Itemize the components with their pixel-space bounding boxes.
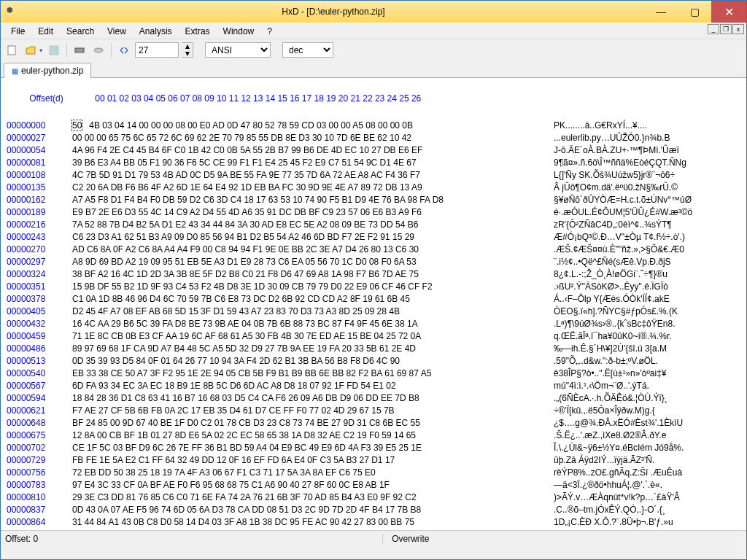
arrows-button[interactable]: [116, 42, 132, 58]
hex-row[interactable]: 00000702CE 1F 5C 03 BF D9 6C 26 7E FF 36…: [7, 442, 740, 454]
window-title: HxD - [D:\euler-python.zip]: [23, 7, 644, 17]
header-columns: 00 01 02 03 04 05 06 07 08 09 10 11 12 1…: [95, 93, 576, 104]
menu-help[interactable]: ?: [261, 25, 278, 38]
mdi-close-button[interactable]: x: [732, 24, 744, 34]
hex-row[interactable]: 0000035115 9B DF 55 B2 1D 9F 93 C4 53 F2…: [7, 281, 740, 293]
hex-row[interactable]: 00000135C2 20 6A DB F6 B6 4F A2 6D 1E 64…: [7, 182, 740, 194]
open-dropdown-icon[interactable]: ▾: [39, 47, 43, 54]
menubar: File Edit Search View Analysis Extras Wi…: [1, 23, 746, 39]
hex-row[interactable]: 0000086431 44 84 A1 43 0B C8 D0 58 14 D4…: [7, 516, 740, 529]
hex-row[interactable]: 000001084C 7B 5D 91 D1 79 53 4B AD 0C D5…: [7, 169, 740, 182]
mdi-minimize-button[interactable]: _: [708, 24, 719, 34]
status-mode: Overwrite: [382, 534, 438, 544]
menu-analysis[interactable]: Analysis: [133, 25, 178, 38]
hex-row[interactable]: 0000059418 84 28 36 D1 C8 63 41 16 B7 16…: [7, 392, 740, 405]
svg-rect-1: [50, 46, 58, 55]
svg-rect-2: [75, 48, 84, 52]
bytes-per-row-input[interactable]: [135, 42, 179, 58]
disk-button[interactable]: [90, 42, 107, 58]
hex-row[interactable]: 0000002700 00 00 65 75 6C 65 72 6C 69 62…: [7, 132, 740, 144]
file-tab[interactable]: ▦ euler-python.zip: [4, 63, 91, 78]
hex-row[interactable]: 0000089150 60 89 14 56 7B 0B 7A 6D 1F 11…: [7, 529, 740, 530]
hex-row[interactable]: 0000048689 97 69 68 1F CA 9D A7 B4 48 5C…: [7, 343, 740, 355]
menu-view[interactable]: View: [101, 25, 132, 38]
tab-label: euler-python.zip: [21, 66, 83, 76]
new-button[interactable]: [4, 42, 20, 58]
hex-row[interactable]: 00000270AD C6 8A 0F A2 C6 8A A4 A4 F9 00…: [7, 244, 740, 256]
hex-row[interactable]: 0000078397 E4 3C 33 CF 0A BF AE F0 F6 95…: [7, 479, 740, 491]
hex-row[interactable]: 00000405D2 45 4F A7 08 EF AB 68 5D 15 3F…: [7, 306, 740, 318]
hex-row[interactable]: 000005676D FA 93 34 EC 3A EC 18 B9 1E 8B…: [7, 380, 740, 392]
hex-row[interactable]: 0000032438 BF A2 16 4C 1D 2D 3A 3B 8E 5F…: [7, 268, 740, 281]
menu-search[interactable]: Search: [61, 25, 100, 38]
hex-row[interactable]: 00000729FB FE 1E 5A E2 C1 FF 64 32 49 DD…: [7, 454, 740, 467]
hex-row[interactable]: 0000000050 4B 03 04 14 00 00 00 08 00 E0…: [7, 120, 740, 132]
svg-rect-0: [8, 46, 15, 55]
open-button[interactable]: [23, 42, 39, 58]
close-button[interactable]: ✕: [711, 1, 746, 23]
hex-view[interactable]: Offset(d)00 01 02 03 04 05 06 07 08 09 1…: [1, 78, 746, 530]
app-icon: ⬢: [7, 6, 18, 18]
status-offset: Offset: 0: [5, 534, 47, 544]
menu-extras[interactable]: Extras: [179, 25, 216, 38]
hex-row[interactable]: 0000008139 B6 E3 A4 BB 05 F1 90 36 F6 5C…: [7, 157, 740, 169]
hex-row[interactable]: 00000162A7 A5 F8 D1 F4 B4 F0 DB 59 D2 C6…: [7, 194, 740, 206]
hex-row[interactable]: 00000189E9 B7 2E E6 D3 55 4C 14 C9 A2 D4…: [7, 206, 740, 219]
hex-row[interactable]: 00000297A8 9D 69 BD A2 19 09 95 51 EB 5E…: [7, 256, 740, 268]
mdi-restore-button[interactable]: ❐: [720, 24, 732, 34]
menu-file[interactable]: File: [5, 25, 31, 38]
hex-row[interactable]: 000000544A 96 F4 2E C4 45 B4 6F C0 1B 42…: [7, 144, 740, 157]
tabbar: ▦ euler-python.zip: [1, 61, 746, 78]
svg-point-3: [94, 48, 103, 52]
menu-window[interactable]: Window: [217, 25, 260, 38]
base-select[interactable]: dec: [282, 42, 333, 58]
hex-row[interactable]: 000005130D 35 39 93 D5 84 0F 01 64 26 77…: [7, 355, 740, 368]
hex-row[interactable]: 0000043216 4C AA 29 B6 5C 39 FA D8 BE 73…: [7, 318, 740, 330]
minimize-button[interactable]: —: [644, 1, 678, 23]
header-offset: Offset(d): [29, 93, 95, 104]
spinner[interactable]: ▴▾: [182, 42, 193, 58]
titlebar: ⬢ HxD - [D:\euler-python.zip] — ▢ ✕: [1, 1, 746, 23]
maximize-button[interactable]: ▢: [678, 1, 711, 23]
statusbar: Offset: 0 Overwrite: [1, 530, 746, 546]
toolbar: ▾ ▴▾ ANSI dec: [1, 39, 746, 61]
hex-row[interactable]: 0000081029 3E C3 DD 81 76 85 C6 C0 71 6E…: [7, 491, 740, 504]
hex-row[interactable]: 0000075672 EB DD 50 38 25 18 19 7A 4F A3…: [7, 467, 740, 479]
menu-edit[interactable]: Edit: [32, 25, 59, 38]
save-button: [46, 42, 62, 58]
file-icon: ▦: [12, 67, 18, 75]
hex-row[interactable]: 00000378C1 0A 1D 8B 46 96 D4 6C 70 59 7B…: [7, 293, 740, 306]
hex-row[interactable]: 00000621F7 AE 27 CF 5B 6B FB 0A 2C 17 EB…: [7, 405, 740, 417]
hex-row[interactable]: 0000067512 8A 00 CB BF 1B 01 27 8D E6 5A…: [7, 429, 740, 442]
hex-row[interactable]: 0000045971 1E 8C CB 0B E3 CF AA 19 6C AF…: [7, 330, 740, 343]
hex-row[interactable]: 00000540EB 33 38 CE 50 A7 3F F2 95 1E 2E…: [7, 368, 740, 380]
hex-row[interactable]: 00000648BF 24 85 00 9D 67 40 BE 1F D0 C2…: [7, 417, 740, 429]
hex-row[interactable]: 000008370D 43 0A 07 AE F5 96 74 6D 05 6A…: [7, 504, 740, 516]
ram-button[interactable]: [71, 42, 88, 58]
hex-row[interactable]: 00000243C6 23 D3 A1 62 51 B3 A9 09 D0 85…: [7, 231, 740, 244]
encoding-select[interactable]: ANSI: [205, 42, 271, 58]
hex-row[interactable]: 000002167A 52 88 7B D4 B2 5A D1 E2 43 34…: [7, 219, 740, 231]
